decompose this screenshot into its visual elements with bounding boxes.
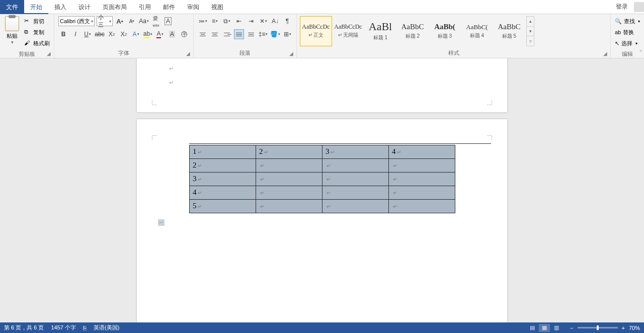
show-marks-button[interactable]: ¶ xyxy=(282,16,292,26)
font-color-button[interactable]: A▾ xyxy=(155,29,165,39)
styles-scroll-down[interactable]: ▾ xyxy=(527,27,534,37)
borders-button[interactable]: ⊞▾ xyxy=(282,29,292,39)
table-cell[interactable]: 2↵ xyxy=(190,158,256,172)
page-indicator[interactable]: 第 6 页，共 6 页 xyxy=(4,324,44,331)
read-mode-button[interactable]: ▤ xyxy=(527,324,538,332)
table-cell[interactable]: 2↵ xyxy=(256,145,323,158)
table-cell[interactable]: ↵ xyxy=(256,199,323,213)
table-cell[interactable]: ↵ xyxy=(389,199,455,213)
tab-mailings[interactable]: 邮件 xyxy=(157,0,181,14)
text-effects-button[interactable]: A▾ xyxy=(131,29,141,39)
avatar-icon[interactable] xyxy=(634,2,644,12)
styles-expand[interactable]: ▿ xyxy=(527,36,534,46)
table-cell[interactable]: 4↵ xyxy=(190,186,256,199)
clear-formatting-button[interactable]: A xyxy=(163,16,173,26)
table-cell[interactable]: ↵ xyxy=(256,186,323,199)
cut-button[interactable]: ✂剪切 xyxy=(24,16,50,26)
align-justify-button[interactable] xyxy=(234,29,244,39)
sort-button[interactable]: A↓ xyxy=(270,16,280,26)
table-cell[interactable]: 1↵ xyxy=(190,145,256,158)
table-cell[interactable]: ↵ xyxy=(256,158,323,172)
document-area[interactable]: ↵ ↵ 1↵2↵3↵4↵2↵↵↵↵3↵↵↵↵4↵↵↵↵5↵↵↵↵ ↵ xyxy=(0,58,644,322)
italic-button[interactable]: I xyxy=(70,29,80,39)
clipboard-launcher[interactable]: ◢ xyxy=(47,51,53,57)
table-cell[interactable]: ↵ xyxy=(256,172,323,186)
align-right-button[interactable] xyxy=(222,29,232,39)
style-heading2[interactable]: AaBbC 标题 2 xyxy=(396,16,429,46)
tab-view[interactable]: 视图 xyxy=(205,0,229,14)
table-cell[interactable]: ↵ xyxy=(323,199,389,213)
style-heading4[interactable]: AaBbC( 标题 4 xyxy=(461,16,493,46)
table-cell[interactable]: ↵ xyxy=(323,186,389,199)
change-case-button[interactable]: Aa▾ xyxy=(139,16,149,26)
format-painter-button[interactable]: 🖌格式刷 xyxy=(24,38,50,48)
font-name-combo[interactable]: Calibri (西文▾ xyxy=(58,16,95,26)
styles-scroll-up[interactable]: ▴ xyxy=(527,17,534,27)
select-button[interactable]: ↖选择▾ xyxy=(615,38,640,48)
shading-button[interactable]: 🪣▾ xyxy=(270,29,280,39)
zoom-in-button[interactable]: + xyxy=(621,325,626,331)
phonetic-guide-button[interactable]: 愛wén xyxy=(151,16,161,26)
table-cell[interactable]: ↵ xyxy=(323,172,389,186)
style-normal[interactable]: AaBbCcDc ↵ 正文 xyxy=(300,16,332,46)
web-layout-button[interactable]: ▥ xyxy=(551,324,562,332)
tab-insert[interactable]: 插入 xyxy=(48,0,72,14)
highlight-button[interactable]: ab▾ xyxy=(143,29,153,39)
table-cell[interactable]: ↵ xyxy=(389,186,455,199)
asian-layout-button[interactable]: ✕▾ xyxy=(258,16,268,26)
table-cell[interactable]: ↵ xyxy=(323,158,389,172)
shrink-font-button[interactable]: A▾ xyxy=(127,16,137,26)
language-indicator[interactable]: 英语(美国) xyxy=(94,324,119,331)
collapse-ribbon-button[interactable]: ˆ xyxy=(640,50,642,57)
char-shading-button[interactable]: A xyxy=(167,29,177,39)
grow-font-button[interactable]: A▴ xyxy=(115,16,125,26)
tab-layout[interactable]: 页面布局 xyxy=(97,0,133,14)
zoom-thumb[interactable] xyxy=(597,325,599,330)
font-launcher[interactable]: ◢ xyxy=(186,51,192,57)
tab-review[interactable]: 审阅 xyxy=(181,0,205,14)
table-cell[interactable]: 5↵ xyxy=(190,199,256,213)
tab-design[interactable]: 设计 xyxy=(72,0,97,14)
subscript-button[interactable]: X2 xyxy=(107,29,117,39)
bold-button[interactable]: B xyxy=(58,29,68,39)
content-table[interactable]: 1↵2↵3↵4↵2↵↵↵↵3↵↵↵↵4↵↵↵↵5↵↵↵↵ xyxy=(189,145,455,213)
font-size-combo[interactable]: 小三▾ xyxy=(97,16,113,26)
decrease-indent-button[interactable]: ⇤ xyxy=(234,16,244,26)
proofing-icon[interactable]: ⎘ xyxy=(83,325,87,331)
align-left-button[interactable] xyxy=(198,29,208,39)
paste-button[interactable]: 粘贴 ▾ xyxy=(2,15,22,46)
zoom-value[interactable]: 70% xyxy=(629,325,640,331)
align-center-button[interactable] xyxy=(210,29,220,39)
word-count[interactable]: 1457 个字 xyxy=(51,324,76,331)
tab-home[interactable]: 开始 xyxy=(24,0,48,14)
table-cell[interactable]: 3↵ xyxy=(323,145,389,158)
style-no-spacing[interactable]: AaBbCcDc ↵ 无间隔 xyxy=(332,16,364,46)
table-cell[interactable]: ↵ xyxy=(389,158,455,172)
strikethrough-button[interactable]: abc xyxy=(95,29,105,39)
zoom-out-button[interactable]: − xyxy=(569,325,574,331)
table-cell[interactable]: 3↵ xyxy=(190,172,256,186)
replace-button[interactable]: ab替换 xyxy=(615,27,640,37)
print-layout-button[interactable]: ▦ xyxy=(539,324,550,332)
styles-launcher[interactable]: ◢ xyxy=(603,51,609,57)
paragraph-launcher[interactable]: ◢ xyxy=(289,51,295,57)
table-cell[interactable]: ↵ xyxy=(389,172,455,186)
align-distribute-button[interactable] xyxy=(246,29,256,39)
numbering-button[interactable]: ≡▾ xyxy=(210,16,220,26)
line-spacing-button[interactable]: ‡≡▾ xyxy=(258,29,268,39)
enclose-char-button[interactable]: 字 xyxy=(179,29,189,39)
style-heading1[interactable]: AaBl 标题 1 xyxy=(364,16,396,46)
paste-dropdown-icon[interactable]: ▾ xyxy=(11,40,14,45)
style-heading5[interactable]: AaBbC 标题 5 xyxy=(493,16,525,46)
bullets-button[interactable]: ≔▾ xyxy=(198,16,208,26)
superscript-button[interactable]: X2 xyxy=(119,29,129,39)
login-link[interactable]: 登录 xyxy=(612,3,632,11)
zoom-slider[interactable] xyxy=(578,327,618,328)
tab-references[interactable]: 引用 xyxy=(133,0,157,14)
find-button[interactable]: 🔍查找▾ xyxy=(615,16,640,26)
underline-button[interactable]: U▾ xyxy=(83,29,93,39)
tab-file[interactable]: 文件 xyxy=(0,0,24,14)
table-cell[interactable]: 4↵ xyxy=(389,145,455,158)
copy-button[interactable]: ⧉复制 xyxy=(24,27,50,37)
increase-indent-button[interactable]: ⇥ xyxy=(246,16,256,26)
